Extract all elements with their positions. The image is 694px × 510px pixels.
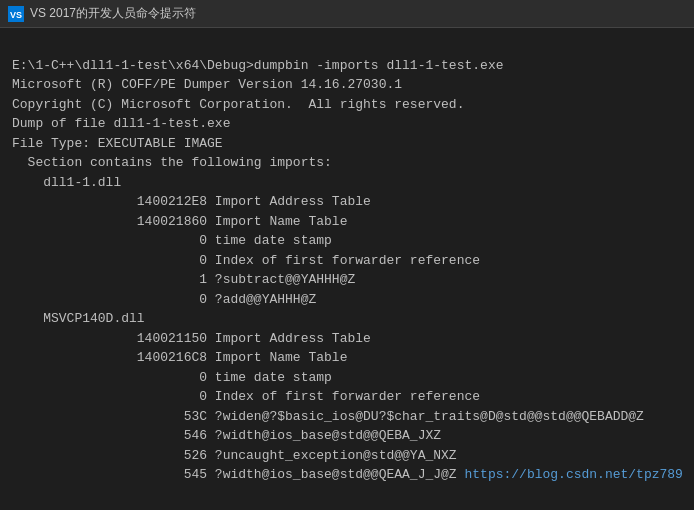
terminal-line: 0 Index of first forwarder reference (12, 387, 682, 407)
app-icon: VS (8, 6, 24, 22)
terminal-line: 53C ?widen@?$basic_ios@DU?$char_traits@D… (12, 407, 682, 427)
terminal-line: Copyright (C) Microsoft Corporation. All… (12, 95, 682, 115)
terminal[interactable]: E:\1-C++\dll1-1-test\x64\Debug>dumpbin -… (0, 28, 694, 510)
terminal-line: 1400216C8 Import Name Table (12, 348, 682, 368)
terminal-line: 0 time date stamp (12, 368, 682, 388)
svg-text:VS: VS (10, 10, 22, 20)
terminal-line: 140021860 Import Name Table (12, 212, 682, 232)
terminal-line: dll1-1.dll (12, 173, 682, 193)
terminal-line: 0 Index of first forwarder reference (12, 251, 682, 271)
terminal-line: Microsoft (R) COFF/PE Dumper Version 14.… (12, 75, 682, 95)
terminal-line: 526 ?uncaught_exception@std@@YA_NXZ (12, 446, 682, 466)
terminal-line: 0 ?add@@YAHHH@Z (12, 290, 682, 310)
title-bar-text: VS 2017的开发人员命令提示符 (30, 5, 196, 22)
terminal-line: MSVCP140D.dll (12, 309, 682, 329)
terminal-line: Section contains the following imports: (12, 153, 682, 173)
terminal-line: 546 ?width@ios_base@std@@QEBA_JXZ (12, 426, 682, 446)
title-bar: VS VS 2017的开发人员命令提示符 (0, 0, 694, 28)
terminal-line: File Type: EXECUTABLE IMAGE (12, 134, 682, 154)
watermark-text: https://blog.csdn.net/tpz789 (464, 467, 682, 482)
terminal-line: 0 time date stamp (12, 231, 682, 251)
terminal-line: 545 ?width@ios_base@std@@QEAA_J_J@Z http… (12, 465, 682, 485)
terminal-line: 1400212E8 Import Address Table (12, 192, 682, 212)
terminal-line: 1 ?subtract@@YAHHH@Z (12, 270, 682, 290)
terminal-line: Dump of file dll1-1-test.exe (12, 114, 682, 134)
terminal-line: E:\1-C++\dll1-1-test\x64\Debug>dumpbin -… (12, 56, 682, 76)
terminal-line: 140021150 Import Address Table (12, 329, 682, 349)
